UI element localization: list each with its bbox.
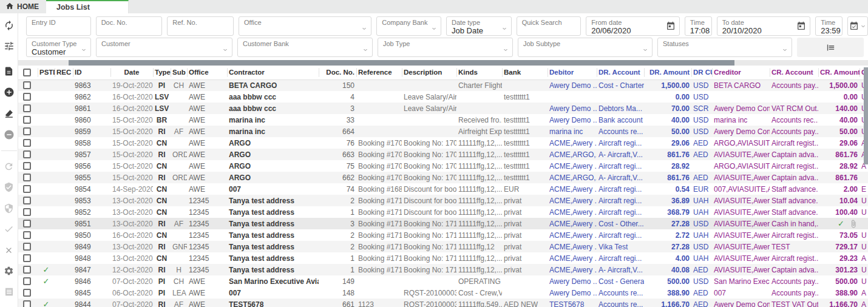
column-header-bank[interactable]: Bank (502, 66, 548, 79)
receipt-button[interactable] (2, 286, 16, 298)
row-checkbox[interactable] (23, 243, 31, 251)
row-checkbox[interactable] (23, 300, 31, 307)
table-row[interactable]: 985414-Sep-2020CNAWE00774Booking #1684Di… (18, 183, 868, 195)
row-checkbox[interactable] (23, 289, 31, 297)
table-row[interactable]: 986015-Oct-2020BRAWEmarina inc33Received… (18, 114, 868, 126)
ref-no-field[interactable]: Ref. No. (167, 16, 234, 36)
columns-settings-button[interactable] (797, 38, 864, 57)
table-row[interactable]: 985915-Oct-2020RIAFAWEmarina inc664Airfr… (18, 126, 868, 137)
column-header-cr_account[interactable]: CR. Account (770, 66, 818, 79)
select-all-checkbox[interactable] (23, 69, 31, 76)
table-row[interactable]: 985715-Oct-2020RIORDAWEARGO663Booking #1… (18, 149, 868, 160)
tab-jobs-list[interactable]: Jobs List (46, 0, 129, 13)
column-header-description[interactable]: Description (402, 66, 456, 79)
quick-search-field[interactable]: Quick Search (517, 16, 581, 36)
column-header-dr_cur[interactable]: DR CUR (691, 66, 712, 79)
posted-check-icon[interactable]: ✓ (838, 219, 844, 228)
row-checkbox[interactable] (23, 277, 31, 285)
note-button[interactable] (2, 66, 16, 78)
add-circle-button[interactable] (2, 87, 16, 99)
table-row[interactable]: 985313-Oct-2020CN12345Tanya test address… (18, 195, 868, 206)
tune-button[interactable] (2, 41, 16, 53)
gear-button[interactable] (2, 265, 16, 277)
row-checkbox[interactable] (23, 254, 31, 262)
date-type-field[interactable]: Date typeJob Date (446, 16, 512, 36)
job-type-field[interactable]: Job Type (378, 38, 513, 57)
doc-no-field[interactable]: Doc. No. (96, 16, 163, 36)
column-header-doc_no[interactable]: Doc. No. (319, 66, 356, 79)
redo-button[interactable] (2, 160, 16, 172)
tab-home[interactable]: HOME (0, 0, 46, 13)
table-row[interactable]: 985113-Oct-2020RIAF12345Tanya test addre… (18, 218, 868, 229)
entry-id-field[interactable]: Entry ID (26, 16, 91, 36)
shield-check-button[interactable] (2, 181, 16, 194)
customer-bank-field[interactable]: Customer Bank (237, 38, 373, 57)
table-row[interactable]: 985815-Oct-2020CNAWEARGO76Booking #1708B… (18, 137, 868, 149)
customer-type-field[interactable]: Customer TypeCustomer (26, 38, 91, 57)
company-bank-field[interactable]: Company Bank (376, 16, 441, 36)
row-checkbox[interactable] (23, 162, 31, 170)
customer-field[interactable]: Customer (96, 38, 232, 57)
vertical-scrollbar-thumb[interactable] (864, 67, 868, 164)
date-filter-options-button[interactable] (847, 16, 868, 36)
close-button[interactable] (2, 244, 16, 256)
column-header-debitor[interactable]: Debitor (548, 66, 597, 79)
column-header-office[interactable]: Office (187, 66, 227, 79)
row-checkbox[interactable] (23, 220, 31, 228)
horizontal-scrollbar-thumb[interactable] (69, 60, 734, 66)
column-header-rec[interactable]: REC (55, 66, 73, 79)
column-header-check[interactable] (18, 66, 38, 79)
column-header-creditor[interactable]: Creditor (712, 66, 770, 79)
column-header-kinds[interactable]: Kinds (456, 66, 502, 79)
office-field[interactable]: Office (239, 16, 371, 36)
row-checkbox[interactable] (23, 231, 31, 239)
table-row[interactable]: 985615-Oct-2020CNAWEARGO75Booking #1708B… (18, 160, 868, 172)
row-checkbox[interactable] (23, 104, 31, 112)
row-checkbox[interactable] (23, 185, 31, 193)
to-date-field[interactable]: To date20/10/2020 (717, 16, 811, 36)
row-checkbox[interactable] (23, 139, 31, 147)
table-row[interactable]: 985016-Oct-2020CN12345Tanya test address… (18, 229, 868, 241)
row-checkbox[interactable] (23, 81, 31, 89)
horizontal-scrollbar-track[interactable] (18, 60, 868, 66)
column-header-pstd[interactable]: PSTD (38, 66, 55, 79)
job-subtype-field[interactable]: Job Subtype (518, 38, 653, 57)
column-header-type[interactable]: Type (153, 66, 171, 79)
column-header-date[interactable]: Date (110, 66, 153, 79)
row-checkbox[interactable] (23, 197, 31, 204)
shield-button[interactable] (2, 202, 16, 214)
refresh-button[interactable] (2, 19, 16, 32)
table-row[interactable]: ✓984607-Oct-2020PICHAWESan Marino Execut… (18, 275, 868, 287)
table-row[interactable]: 985515-Oct-2020RIORDAWEARGO662Booking #1… (18, 172, 868, 183)
column-header-dr_amount[interactable]: DR. Amount (644, 66, 691, 79)
table-row[interactable]: 986216-Oct-2020LSVAWEaaa bbbw ccc4Leave … (18, 91, 868, 103)
table-row[interactable]: ✓984407-Oct-2020RIAFAWETEST56786611123RQ… (18, 299, 868, 307)
check-button[interactable] (2, 223, 16, 235)
from-date-field[interactable]: From date20/06/2020 (586, 16, 680, 36)
column-header-reference[interactable]: Reference (356, 66, 402, 79)
remove-circle-button[interactable] (2, 129, 16, 141)
statuses-field[interactable]: Statuses (657, 38, 792, 57)
row-checkbox[interactable] (23, 127, 31, 135)
column-header-contractor[interactable]: Contractor (227, 66, 319, 79)
column-header-dr_account[interactable]: DR. Account (597, 66, 644, 79)
time-field[interactable]: Time17:08 (685, 16, 712, 36)
table-row[interactable]: 986116-Oct-2020LSVAWEaaa bbbw ccc3Leave … (18, 103, 868, 114)
row-checkbox[interactable] (23, 116, 31, 124)
column-header-cr_amount[interactable]: CR. Amount (818, 66, 860, 79)
row-checkbox[interactable] (23, 266, 31, 274)
column-header-sub[interactable]: Sub (171, 66, 187, 79)
table-row[interactable]: ✓984712-Oct-2020RIH12345Tanya test addre… (18, 264, 868, 275)
row-checkbox[interactable] (23, 174, 31, 181)
table-row[interactable]: 984913-Oct-2020RIGNR12345Tanya test addr… (18, 241, 868, 252)
table-row[interactable]: 986319-Oct-2020PICHAWEBETA CARGO150Chart… (18, 79, 868, 91)
row-checkbox[interactable] (23, 150, 31, 158)
column-header-id[interactable]: ID (73, 66, 110, 79)
table-row[interactable]: 985213-Oct-2020CN12345Tanya test address… (18, 206, 868, 218)
eraser-button[interactable] (2, 107, 16, 120)
row-checkbox[interactable] (23, 93, 31, 101)
table-row[interactable]: 984506-Oct-2020PILEAAWE007148RQST-201000… (18, 287, 868, 299)
table-row[interactable]: 984813-Oct-2020CN12345Tanya test address… (18, 252, 868, 264)
row-checkbox[interactable] (23, 208, 31, 216)
time-field[interactable]: Time23:59 (815, 16, 843, 36)
